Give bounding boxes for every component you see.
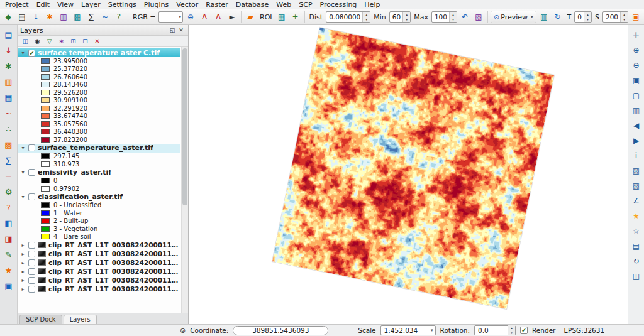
layer-row[interactable]: ▾ emissivity_aster.tif [18, 168, 180, 177]
min-value[interactable]: 60 [392, 13, 401, 21]
layer-row[interactable]: ▸ clip_RT_AST_L1T_00308242000111313_... [18, 267, 180, 276]
layer-checkbox[interactable] [28, 277, 35, 284]
zoom-last-icon[interactable]: ◀ [630, 119, 643, 132]
plugin-icon[interactable]: ◆ [2, 11, 14, 23]
menu-view[interactable]: View [53, 0, 77, 9]
zoom-selection-icon[interactable]: ▢ [630, 89, 643, 102]
refresh-preview-icon[interactable]: ↻ [552, 11, 564, 23]
menu-web[interactable]: Web [272, 0, 295, 9]
color-swatch[interactable] [41, 97, 50, 103]
layer-name[interactable]: clip_RT_AST_L1T_00308242000111313_... [48, 276, 180, 284]
roi-polygon-icon[interactable]: ▰ [244, 11, 257, 23]
color-swatch[interactable] [41, 58, 50, 64]
layer-checkbox[interactable] [28, 144, 35, 151]
menu-project[interactable]: Project [1, 0, 33, 9]
expander-icon[interactable]: ▾ [20, 50, 26, 56]
expander-icon[interactable]: ▸ [20, 278, 26, 283]
layer-name[interactable]: clip_RT_AST_L1T_00308242000111313_... [48, 259, 180, 266]
filter-legend-icon[interactable]: ▽ [45, 36, 54, 46]
roi-pointer-icon[interactable]: ► [226, 11, 238, 23]
epsg-status[interactable]: EPSG:32631 [564, 327, 604, 334]
layer-checkbox[interactable] [28, 268, 35, 275]
caret-down-icon[interactable]: ▾ [531, 14, 533, 19]
spin-arrows[interactable]: ▴▾ [362, 12, 370, 22]
layer-checkbox[interactable]: ✔ [28, 50, 35, 57]
max-value[interactable]: 100 [435, 13, 447, 21]
scp-batch-icon[interactable]: ≡ [2, 169, 16, 183]
dist-spinbox[interactable]: 0.080000 ▴▾ [326, 11, 370, 23]
manage-themes-icon[interactable]: ◉ [33, 36, 42, 46]
caret-up-icon[interactable]: ▴ [621, 12, 628, 17]
tab-scp-dock[interactable]: SCP Dock [19, 315, 62, 324]
menu-processing[interactable]: Processing [316, 0, 361, 9]
menu-database[interactable]: Database [232, 0, 273, 9]
menu-settings[interactable]: Settings [104, 0, 140, 9]
color-swatch[interactable] [41, 161, 50, 167]
overview-icon[interactable]: ◫ [630, 270, 643, 283]
expand-all-icon[interactable]: ⊞ [69, 36, 78, 46]
undo-roi-icon[interactable]: ↶ [458, 11, 471, 23]
color-swatch[interactable] [41, 234, 50, 239]
menu-vector[interactable]: Vector [172, 0, 202, 9]
add-roi-icon[interactable]: + [289, 11, 302, 23]
close-icon[interactable]: ✕ [177, 26, 186, 35]
color-swatch[interactable] [41, 153, 50, 159]
layer-row[interactable]: ▸ clip_RT_AST_L1T_00308242000111313_... [18, 258, 180, 267]
spectral-plot-icon[interactable]: ~ [99, 11, 111, 23]
t-value[interactable]: 0 [577, 13, 582, 21]
signature-rect-icon[interactable]: A [198, 11, 211, 23]
bandset-colors-icon[interactable]: ▦ [275, 11, 288, 23]
refresh-map-icon[interactable]: ↻ [630, 255, 643, 268]
layer-name[interactable]: surface temperature aster C.tif [38, 49, 160, 57]
tools-icon[interactable]: ✱ [43, 11, 56, 23]
color-swatch[interactable] [41, 74, 50, 80]
layer-name[interactable]: clip_RT_AST_L1T_00308242000111313_... [48, 268, 180, 275]
menu-edit[interactable]: Edit [33, 0, 53, 9]
s-value[interactable]: 200 [606, 13, 618, 21]
identify-icon[interactable]: i [630, 149, 643, 162]
min-spinbox[interactable]: 60 ▴▾ [389, 11, 411, 23]
expander-icon[interactable]: ▸ [20, 269, 26, 274]
layer-checkbox[interactable] [28, 286, 35, 293]
menu-scp[interactable]: SCP [295, 0, 316, 9]
layer-checkbox[interactable] [28, 251, 35, 257]
color-swatch[interactable] [41, 218, 50, 224]
bandset-icon[interactable]: ▤ [16, 11, 28, 23]
layer-name[interactable]: surface_temperature_aster.tif [38, 144, 153, 152]
menu-raster[interactable]: Raster [202, 0, 231, 9]
manual-icon[interactable]: ? [113, 11, 125, 23]
tab-layers[interactable]: Layers [64, 315, 97, 324]
color-swatch[interactable] [41, 106, 50, 111]
map-canvas[interactable] [189, 25, 628, 324]
expander-icon[interactable]: ▾ [20, 145, 26, 151]
attribute-table-icon[interactable]: ▤ [630, 240, 643, 252]
color-swatch[interactable] [41, 210, 50, 216]
scp-scatter-plot-icon[interactable]: ∴ [2, 122, 16, 136]
zoom-out-icon[interactable]: ⊖ [630, 59, 643, 72]
postprocessing-icon[interactable]: ▩ [71, 11, 84, 23]
color-swatch[interactable] [41, 137, 50, 143]
layer-row[interactable]: ▸ clip_RT_AST_L1T_00308242000111313_... [18, 249, 180, 258]
scp-help-icon[interactable]: ? [2, 200, 16, 214]
raster-image[interactable] [272, 28, 554, 309]
caret-up-icon[interactable]: ▴ [508, 325, 515, 330]
layer-name[interactable]: clip_RT_AST_L1T_00308242000111313_... [48, 241, 180, 249]
scp-band-calc-icon[interactable]: ∑ [2, 153, 16, 167]
layer-name[interactable]: clip_RT_AST_L1T_00308242000111313_... [48, 250, 180, 257]
zoom-full-icon[interactable]: ▣ [630, 74, 643, 87]
scp-postprocessing-icon[interactable]: ▩ [2, 138, 16, 151]
select-features-icon[interactable]: ▨ [630, 165, 643, 177]
menu-help[interactable]: Help [360, 0, 384, 9]
remove-layer-icon[interactable]: ✕ [92, 36, 102, 46]
scrollbar-thumb[interactable] [182, 48, 187, 205]
layer-name[interactable]: classification_aster.tif [38, 193, 123, 201]
scp-edit-icon[interactable]: ✎ [2, 247, 16, 261]
display-icon[interactable]: ▣ [630, 11, 642, 23]
scp-settings-icon[interactable]: ⚙ [2, 185, 16, 198]
render-checkbox[interactable]: ✔ [520, 327, 528, 334]
rotation-value[interactable]: 0.0 [478, 327, 489, 334]
layer-row[interactable]: ▸ clip_RT_AST_L1T_00308242000111313_... [18, 241, 180, 249]
caret-down-icon[interactable]: ▾ [431, 328, 433, 333]
deselect-icon[interactable]: ▧ [630, 180, 643, 192]
expander-icon[interactable]: ▸ [20, 260, 26, 266]
